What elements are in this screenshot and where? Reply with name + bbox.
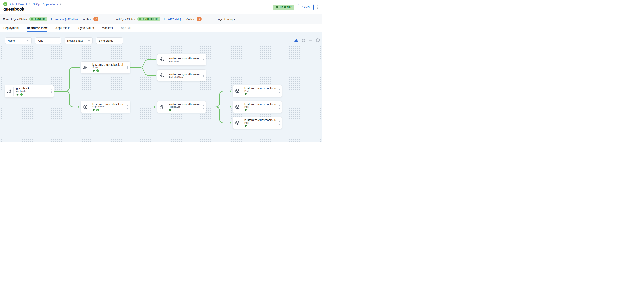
application-icon <box>5 85 14 97</box>
endpoints-icon <box>158 54 166 65</box>
kebab-menu-icon[interactable] <box>317 5 319 9</box>
check-circle-icon <box>139 17 142 20</box>
agent-label: Agent: <box>218 17 226 21</box>
resource-kind: ReplicaSet <box>169 106 200 108</box>
endpointslice-icon <box>158 70 166 81</box>
tab-app-details[interactable]: App Details <box>56 24 70 32</box>
last-sync-target-link[interactable]: (d67cddc) <box>168 17 181 21</box>
resource-name: kustomize-guestbook-ui-... <box>169 72 200 76</box>
divider <box>111 16 111 22</box>
resource-node-deployment[interactable]: kustomize-guestbook-ui Deployment <box>81 101 130 113</box>
current-sync-target-link[interactable]: master (d67cddc) <box>56 17 78 21</box>
resource-filters: Name Kind Health Status Sync Status <box>5 37 123 44</box>
resource-kind: Application <box>16 90 48 92</box>
healthy-heart-icon <box>244 125 247 127</box>
chevron-down-icon <box>56 39 59 42</box>
resource-node-replicaset[interactable]: kustomize-guestbook-ui-... ReplicaSet <box>157 101 206 113</box>
tab-bar: Deployment Resource View App Details Syn… <box>0 24 322 32</box>
resource-node-application-guestbook[interactable]: guestbook Application <box>4 85 54 98</box>
name-filter-dropdown[interactable]: Name <box>5 37 32 44</box>
cluster-view-icon[interactable] <box>316 38 320 42</box>
current-sync-status-badge: SYNCED <box>30 16 47 21</box>
heart-icon <box>276 6 278 8</box>
resource-name: kustomize-guestbook-ui-... <box>244 102 276 105</box>
resource-name: guestbook <box>16 87 48 90</box>
list-view-icon[interactable] <box>308 38 313 42</box>
kebab-menu-icon[interactable] <box>201 101 206 113</box>
chevron-down-icon <box>27 39 30 42</box>
kebab-menu-icon[interactable] <box>201 70 206 81</box>
chevron-down-icon <box>118 39 121 42</box>
divider <box>214 16 214 22</box>
page-title: guestbook <box>3 7 319 11</box>
gitops-application-page: ∞ Default Project GitOps: Applications g… <box>0 0 322 142</box>
resource-tree-canvas[interactable]: Name Kind Health Status Sync Status <box>0 32 322 142</box>
health-status-badge: HEALTHY <box>273 4 294 10</box>
resource-node-endpoints[interactable]: kustomize-guestbook-ui Endpoints <box>157 53 206 65</box>
kebab-menu-icon[interactable] <box>125 101 130 113</box>
tree-view-icon[interactable] <box>294 38 298 42</box>
view-toggle-group <box>294 38 320 42</box>
resource-node-endpointslice[interactable]: kustomize-guestbook-ui-... EndpointSlice <box>157 69 206 81</box>
resource-name: kustomize-guestbook-ui <box>169 57 200 60</box>
sync-status-bar: Current Sync Status SYNCED To master (d6… <box>0 14 322 24</box>
tab-sync-status[interactable]: Sync Status <box>78 24 94 32</box>
resource-name: kustomize-guestbook-ui-... <box>244 87 276 89</box>
tab-app-diff: App Diff <box>121 24 131 32</box>
to-label: To <box>164 17 166 21</box>
resource-kind: Service <box>92 66 124 68</box>
healthy-heart-icon <box>244 93 247 95</box>
last-sync-status-badge: SUCCEEDED <box>138 16 160 21</box>
kebab-menu-icon[interactable] <box>49 85 54 97</box>
healthy-heart-icon <box>16 93 19 96</box>
chevron-down-icon <box>88 39 90 42</box>
breadcrumb-section[interactable]: GitOps: Applications <box>33 2 58 5</box>
healthy-heart-icon <box>92 109 95 111</box>
health-status-filter-dropdown[interactable]: Health Status <box>64 37 92 44</box>
agent-value: opops <box>228 17 235 21</box>
resource-node-service[interactable]: kustomize-guestbook-ui Service <box>81 61 130 74</box>
healthy-heart-icon <box>169 109 172 111</box>
author-label: Author <box>186 17 194 21</box>
more-info-icon[interactable] <box>204 18 209 20</box>
resource-node-pod[interactable]: kustomize-guestbook-ui-... Pod <box>233 85 282 97</box>
resource-kind: EndpointSlice <box>169 76 200 78</box>
project-icon: ∞ <box>3 2 7 6</box>
healthy-heart-icon <box>92 69 95 72</box>
synced-check-icon <box>20 93 23 96</box>
kebab-menu-icon[interactable] <box>201 54 206 65</box>
sync-status-filter-dropdown[interactable]: Sync Status <box>96 37 123 44</box>
resource-kind: Pod <box>244 90 276 92</box>
grid-view-icon[interactable] <box>301 38 306 42</box>
resource-kind: Endpoints <box>169 60 200 63</box>
chevron-right-icon <box>59 3 62 5</box>
resource-node-pod[interactable]: kustomize-guestbook-ui-... Pod <box>233 117 282 129</box>
tab-deployment[interactable]: Deployment <box>3 24 19 32</box>
chevron-right-icon <box>28 3 31 5</box>
kind-filter-dropdown[interactable]: Kind <box>35 37 61 44</box>
kebab-menu-icon[interactable] <box>277 101 282 113</box>
resource-name: kustomize-guestbook-ui-... <box>169 102 200 105</box>
sync-button[interactable]: SYNC <box>298 4 314 10</box>
breadcrumb-project[interactable]: Default Project <box>9 2 27 5</box>
resource-kind: Deployment <box>92 105 124 108</box>
header-actions: HEALTHY SYNC <box>273 4 319 10</box>
tab-resource-view[interactable]: Resource View <box>27 24 48 32</box>
current-sync-status-label: Current Sync Status <box>3 17 27 21</box>
resource-name: kustomize-guestbook-ui <box>92 102 124 105</box>
health-badge-label: HEALTHY <box>280 6 292 8</box>
more-info-icon[interactable] <box>101 18 106 20</box>
healthy-heart-icon <box>244 109 247 111</box>
resource-name: kustomize-guestbook-ui <box>92 63 124 66</box>
kebab-menu-icon[interactable] <box>277 85 282 97</box>
check-circle-icon <box>31 17 34 20</box>
author-avatar: o( <box>93 16 98 21</box>
tab-manifest[interactable]: Manifest <box>102 24 113 32</box>
to-label: To <box>50 17 54 21</box>
resource-node-pod[interactable]: kustomize-guestbook-ui-... Pod <box>233 101 282 113</box>
pod-icon <box>233 117 242 129</box>
kebab-menu-icon[interactable] <box>277 117 282 129</box>
kebab-menu-icon[interactable] <box>125 62 130 73</box>
service-icon <box>81 62 90 73</box>
replicaset-icon <box>158 101 166 113</box>
